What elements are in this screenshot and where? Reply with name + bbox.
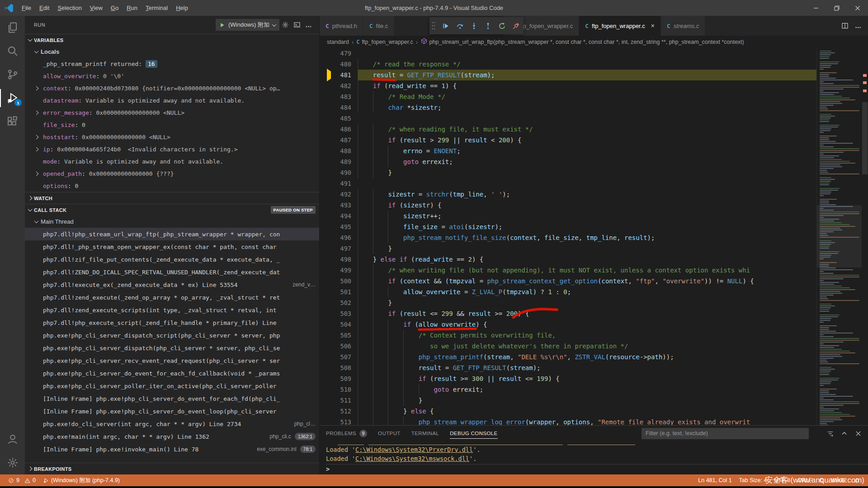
open-debug-console-icon[interactable] bbox=[291, 19, 303, 31]
call-stack-frame[interactable]: [Inline Frame] php.exe!php_cli_server_do… bbox=[25, 405, 319, 418]
code-line[interactable]: 506 so we just delete whatever's there i… bbox=[320, 341, 816, 352]
editor-tab[interactable]: Cfile.c bbox=[363, 16, 395, 36]
code-line[interactable]: 505 /* Context permits overwriting file, bbox=[320, 330, 816, 341]
code-line[interactable]: 480 /* read the response */ bbox=[320, 59, 816, 70]
variables-section-header[interactable]: VARIABLES bbox=[25, 34, 319, 46]
code-line[interactable]: 482 if (read_write == 1) { bbox=[320, 80, 816, 91]
code-line[interactable]: 500 if (context && (tmpzval = php_stream… bbox=[320, 276, 816, 286]
activity-account-icon[interactable] bbox=[0, 427, 25, 451]
menu-run[interactable]: Run bbox=[123, 0, 142, 16]
minimap-slider[interactable] bbox=[817, 205, 862, 267]
menu-help[interactable]: Help bbox=[172, 0, 192, 16]
status-eol[interactable]: CRLF bbox=[794, 477, 816, 483]
locals-scope-row[interactable]: Locals bbox=[25, 46, 319, 58]
call-stack-frame[interactable]: php7.dll!_php_stream_open_wrapper_ex(con… bbox=[25, 240, 319, 253]
variable-row[interactable]: opened_path: 0x0000000000000000 {???} bbox=[25, 168, 319, 180]
code-line[interactable]: 503 if (result <= 299 && result >= 200) … bbox=[320, 308, 816, 319]
call-stack-frame[interactable]: php.exe!php_cli_server_dispatch(php_cli_… bbox=[25, 342, 319, 354]
status-platform[interactable]: Win32 bbox=[827, 477, 850, 483]
variable-row[interactable]: allow_overwrite: 0 '\0' bbox=[25, 70, 319, 82]
code-line[interactable]: 497 } bbox=[320, 243, 816, 254]
menu-view[interactable]: View bbox=[86, 0, 107, 16]
editor-tab[interactable]: Cstreams.c bbox=[661, 16, 705, 36]
code-line[interactable]: 504 if (allow_overwrite) { bbox=[320, 319, 816, 330]
variable-row[interactable]: mode: Variable is optimized away and not… bbox=[25, 155, 319, 168]
code-line[interactable]: 486 /* when reading file, it must exist … bbox=[320, 124, 816, 135]
code-line[interactable]: 488 errno = ENOENT; bbox=[320, 145, 816, 156]
code-line[interactable]: 495 file_size = atoi(sizestr); bbox=[320, 221, 816, 232]
code-line[interactable]: 483 /* Read Mode */ bbox=[320, 91, 816, 102]
console-link[interactable]: C:\Windows\System32\mswsock.dll bbox=[355, 455, 469, 462]
continue-button[interactable] bbox=[442, 22, 450, 30]
code-line[interactable]: 507 php_stream_printf(stream, "DELE %s\r… bbox=[320, 352, 816, 362]
console-prompt[interactable]: > bbox=[326, 464, 868, 473]
variable-row[interactable]: options: 0 bbox=[25, 180, 319, 192]
panel-tab-terminal[interactable]: TERMINAL bbox=[411, 426, 439, 441]
editor-tab[interactable]: Cftp_fopen_wrapper.c× bbox=[579, 16, 661, 36]
code-line[interactable]: 499 /* when writing file (but not append… bbox=[320, 265, 816, 276]
call-stack-frame[interactable]: php.exe!php_cli_server_poller_iter_on_ac… bbox=[25, 380, 319, 392]
filter-icon[interactable] bbox=[827, 430, 834, 437]
status-cursor-position[interactable]: Ln 481, Col 1 bbox=[694, 477, 735, 483]
call-stack-frame[interactable]: php.exe!main(int argc, char * * argv) Li… bbox=[25, 430, 319, 443]
code-line[interactable]: 513 php_stream_wrapper_log_error(wrapper… bbox=[320, 417, 816, 425]
step-out-button[interactable] bbox=[484, 22, 492, 30]
call-stack-frame[interactable]: php7.dll!php_execute_script(_zend_file_h… bbox=[25, 316, 319, 329]
panel-tab-output[interactable]: OUTPUT bbox=[378, 426, 401, 441]
editor-tab[interactable]: Cpthread.h bbox=[320, 16, 363, 36]
call-stack-frame[interactable]: php.exe!do_cli_server(int argc, char * *… bbox=[25, 418, 319, 430]
variable-row[interactable]: error_message: 0x0000000000000000 <NULL> bbox=[25, 107, 319, 119]
activity-extensions-icon[interactable] bbox=[0, 110, 25, 133]
activity-settings-icon[interactable] bbox=[0, 451, 25, 474]
menu-terminal[interactable]: Terminal bbox=[142, 0, 172, 16]
code-line[interactable]: 502 } bbox=[320, 297, 816, 308]
code-line[interactable]: 511 } bbox=[320, 395, 816, 406]
call-stack-frame[interactable]: php7.dll!zif_file_put_contents(_zend_exe… bbox=[25, 253, 319, 266]
variable-row[interactable]: datastream: Variable is optimized away a… bbox=[25, 94, 319, 107]
overview-ruler[interactable] bbox=[862, 48, 868, 425]
breadcrumb-item[interactable]: Cftp_fopen_wrapper.c bbox=[356, 39, 413, 45]
console-filter-input[interactable] bbox=[642, 428, 809, 439]
menu-selection[interactable]: Selection bbox=[53, 0, 85, 16]
code-line[interactable]: 498 } else if (read_write == 2) { bbox=[320, 254, 816, 265]
more-actions-icon[interactable]: … bbox=[303, 19, 315, 31]
scrollbar-slider[interactable] bbox=[862, 102, 868, 174]
split-editor-icon[interactable] bbox=[841, 22, 849, 29]
activity-files-icon[interactable] bbox=[0, 16, 25, 39]
call-stack-frame[interactable]: php7.dll!php_stream_url_wrap_ftp(_php_st… bbox=[25, 228, 319, 240]
call-stack-frame[interactable]: php7.dll!zend_execute(_zend_op_array * o… bbox=[25, 291, 319, 304]
activity-search-icon[interactable] bbox=[0, 39, 25, 63]
status-encoding[interactable]: UTF-8 bbox=[770, 477, 793, 483]
variable-row[interactable]: context: 0x00000240bd073080 {notifier=0x… bbox=[25, 82, 319, 94]
more-actions-icon[interactable]: … bbox=[855, 22, 862, 29]
minimap[interactable] bbox=[816, 48, 862, 425]
step-into-button[interactable] bbox=[470, 22, 478, 30]
breakpoints-section-header[interactable]: BREAKPOINTS bbox=[25, 463, 319, 474]
variable-row[interactable]: _php_stream_printf returned: 16 bbox=[25, 58, 319, 70]
code-line[interactable]: 494 sizestr++; bbox=[320, 211, 816, 221]
console-link[interactable]: C:\Windows\System32\PrxerDrv.dll bbox=[355, 446, 473, 453]
menu-file[interactable]: File bbox=[18, 0, 35, 16]
call-stack-frame[interactable]: php7.dll!ZEND_DO_ICALL_SPEC_RETVAL_UNUSE… bbox=[25, 266, 319, 278]
variable-row[interactable]: file_size: 0 bbox=[25, 119, 319, 131]
variable-row[interactable]: ip: 0x0000004a665f24b0 <Invalid characte… bbox=[25, 143, 319, 155]
breadcrumb-item[interactable]: php_stream_url_wrap_ftp(php_stream_wrapp… bbox=[421, 38, 744, 46]
activity-source-control-icon[interactable] bbox=[0, 63, 25, 86]
code-line[interactable]: 490 } bbox=[320, 167, 816, 178]
code-line[interactable]: 492 sizestr = strchr(tmp_line, ' '); bbox=[320, 189, 816, 200]
code-line[interactable]: 508 result = GET_FTP_RESULT(stream); bbox=[320, 362, 816, 373]
problems-status[interactable]: 9 0 bbox=[5, 474, 39, 486]
watch-section-header[interactable]: WATCH bbox=[25, 192, 319, 204]
code-line[interactable]: 493 if (sizestr) { bbox=[320, 200, 816, 211]
code-line[interactable]: 479 bbox=[320, 48, 816, 59]
thread-row[interactable]: Main Thread bbox=[25, 216, 319, 228]
close-button[interactable] bbox=[847, 0, 868, 16]
code-line[interactable]: 484 char *sizestr; bbox=[320, 102, 816, 113]
restore-button[interactable] bbox=[826, 0, 847, 16]
restart-button[interactable] bbox=[498, 22, 506, 30]
status-tab-size[interactable]: Tab Size: 4 bbox=[736, 477, 771, 483]
close-panel-icon[interactable] bbox=[855, 430, 862, 437]
code-line[interactable]: 487 if (result > 299 || result < 200) { bbox=[320, 135, 816, 145]
panel-tab-debug-console[interactable]: DEBUG CONSOLE bbox=[450, 426, 498, 441]
code-line[interactable]: 509 if (result >= 300 || result <= 199) … bbox=[320, 373, 816, 384]
